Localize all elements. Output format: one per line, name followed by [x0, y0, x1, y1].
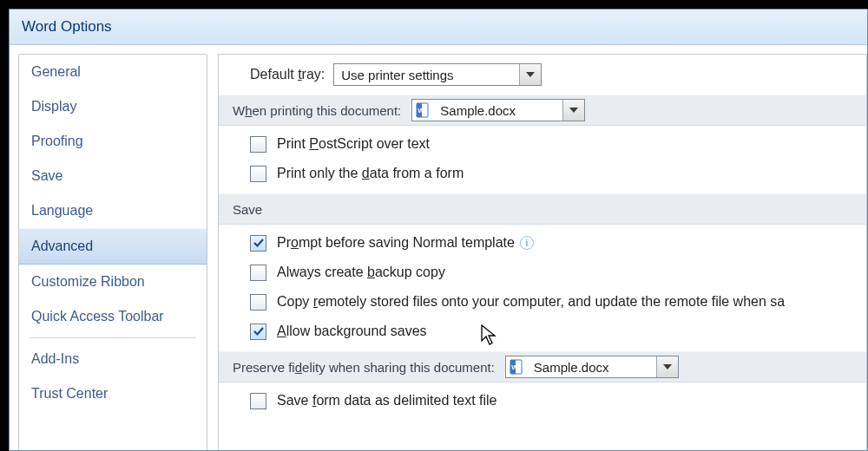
section-when-printing: When printing this document: W Sample.do… — [219, 95, 866, 126]
sidebar-item-label: Display — [31, 99, 76, 114]
check-always-backup[interactable]: Always create backup copy — [219, 258, 866, 287]
check-label: Prompt before saving Normal template — [277, 235, 515, 251]
svg-text:W: W — [511, 363, 518, 371]
check-save-form-data[interactable]: Save form data as delimited text file — [219, 386, 866, 415]
check-label: Save form data as delimited text file — [277, 393, 496, 409]
sidebar-item-language[interactable]: Language — [19, 193, 207, 228]
sidebar-item-label: Language — [31, 203, 93, 219]
options-panel: Default tray: Use printer settings When … — [218, 54, 867, 451]
checkbox-icon — [250, 265, 266, 281]
check-label: Always create backup copy — [277, 265, 445, 280]
checkbox-icon — [250, 166, 266, 182]
section-save: Save — [219, 193, 866, 225]
sidebar-item-customize-ribbon[interactable]: Customize Ribbon — [19, 265, 207, 299]
sidebar-item-label: Advanced — [31, 239, 93, 254]
sidebar-separator — [30, 337, 196, 338]
check-label: Print only the data from a form — [277, 166, 464, 181]
sidebar-item-quick-access-toolbar[interactable]: Quick Access Toolbar — [19, 299, 207, 334]
checkbox-icon — [250, 393, 266, 409]
word-doc-icon: W — [412, 100, 433, 121]
chevron-down-icon — [562, 100, 584, 121]
checkbox-icon — [250, 324, 266, 340]
sidebar-item-display[interactable]: Display — [19, 89, 207, 124]
check-prompt-normal-template[interactable]: Prompt before saving Normal template i — [219, 228, 866, 258]
category-sidebar: General Display Proofing Save Language A… — [18, 54, 207, 451]
check-copy-remotely[interactable]: Copy remotely stored files onto your com… — [219, 287, 866, 317]
sidebar-item-advanced[interactable]: Advanced — [19, 228, 207, 265]
check-print-postscript[interactable]: Print PostScript over text — [219, 129, 866, 159]
checkbox-icon — [250, 136, 266, 153]
select-value: Sample.docx — [433, 103, 551, 118]
sidebar-item-label: Proofing — [31, 134, 83, 149]
word-options-dialog: Word Options General Display Proofing Sa… — [9, 9, 868, 451]
check-label: Allow background saves — [277, 324, 427, 339]
dialog-body: General Display Proofing Save Language A… — [10, 45, 867, 451]
svg-text:W: W — [418, 107, 424, 114]
section-title: Preserve fidelity when sharing this docu… — [233, 360, 495, 375]
default-tray-label: Default tray: — [250, 67, 325, 82]
section-preserve-fidelity: Preserve fidelity when sharing this docu… — [219, 351, 866, 382]
check-allow-background-saves[interactable]: Allow background saves — [219, 317, 866, 346]
checkbox-icon — [250, 235, 266, 252]
sidebar-item-add-ins[interactable]: Add-Ins — [19, 342, 207, 376]
sidebar-item-save[interactable]: Save — [19, 159, 207, 193]
sidebar-item-proofing[interactable]: Proofing — [19, 124, 207, 159]
check-label: Print PostScript over text — [277, 136, 430, 152]
chevron-down-icon — [519, 64, 541, 85]
sidebar-item-general[interactable]: General — [19, 55, 207, 89]
sidebar-item-label: Add-Ins — [31, 351, 79, 367]
default-tray-row: Default tray: Use printer settings — [219, 60, 866, 89]
section-title: When printing this document: — [233, 103, 401, 118]
default-tray-select[interactable]: Use printer settings — [333, 63, 542, 86]
window-title: Word Options — [22, 18, 112, 36]
check-print-only-data[interactable]: Print only the data from a form — [219, 159, 866, 188]
titlebar: Word Options — [10, 10, 867, 45]
section-title: Save — [233, 202, 262, 217]
checkbox-icon — [250, 294, 266, 310]
select-value: Sample.docx — [527, 360, 645, 375]
sidebar-item-label: Quick Access Toolbar — [31, 309, 164, 324]
preserve-fidelity-doc-select[interactable]: W Sample.docx — [505, 356, 679, 378]
select-value: Use printer settings — [334, 68, 460, 82]
when-printing-doc-select[interactable]: W Sample.docx — [411, 99, 585, 121]
chevron-down-icon — [656, 356, 678, 377]
word-doc-icon: W — [506, 356, 527, 377]
sidebar-item-label: Save — [31, 168, 62, 184]
sidebar-item-trust-center[interactable]: Trust Center — [19, 376, 207, 411]
sidebar-item-label: General — [31, 64, 81, 80]
sidebar-item-label: Trust Center — [31, 386, 108, 402]
sidebar-item-label: Customize Ribbon — [31, 274, 145, 290]
info-icon[interactable]: i — [520, 236, 534, 250]
check-label: Copy remotely stored files onto your com… — [277, 294, 785, 310]
